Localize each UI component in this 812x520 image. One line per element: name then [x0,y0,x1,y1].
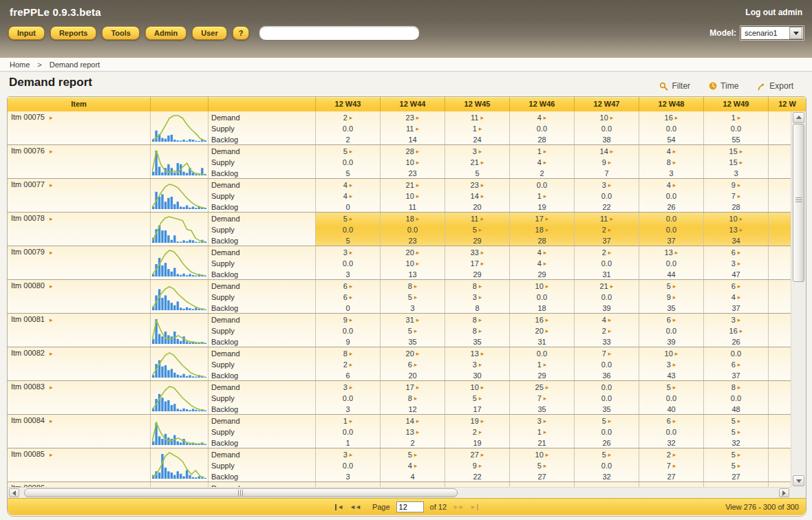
cell-value[interactable]: 18▸ [381,213,445,224]
drilldown-arrow-icon[interactable]: ▸ [350,384,353,391]
cell-value[interactable]: 4▸ [639,180,703,191]
drilldown-arrow-icon[interactable]: ▸ [740,328,743,334]
drilldown-arrow-icon[interactable]: ▸ [673,294,676,301]
cell-value[interactable]: 13▸ [445,348,509,359]
cell-value[interactable]: 3▸ [639,359,703,370]
model-select[interactable]: scenario1 [740,26,804,40]
drilldown-arrow-icon[interactable]: ▸ [350,149,353,155]
item-cell[interactable]: Itm 00079▸ [8,246,151,279]
drilldown-arrow-icon[interactable]: ▸ [416,126,419,132]
cell-value[interactable]: 5▸ [445,393,509,404]
drilldown-arrow-icon[interactable]: ▸ [608,227,612,233]
drilldown-arrow-icon[interactable]: ▸ [675,115,679,121]
drilldown-arrow-icon[interactable]: ▸ [544,261,547,267]
drilldown-arrow-icon[interactable]: ▸ [546,216,549,222]
drilldown-arrow-icon[interactable]: ▸ [544,160,547,166]
item-cell[interactable]: Itm 00075▸ [8,111,151,144]
toolbar-search-input[interactable] [259,25,420,41]
drilldown-arrow-icon[interactable]: ▸ [480,216,484,222]
item-cell[interactable]: Itm 00081▸ [8,314,151,347]
drilldown-arrow-icon[interactable]: ▸ [416,193,420,199]
drilldown-arrow-icon[interactable]: ▸ [608,418,612,424]
cell-value[interactable]: 17▸ [445,258,509,269]
cell-value[interactable]: 4▸ [381,460,445,471]
drilldown-arrow-icon[interactable]: ▸ [544,115,547,121]
cell-value[interactable]: 9▸ [575,157,639,168]
cell-value[interactable]: 7▸ [704,191,768,202]
drilldown-arrow-icon[interactable]: ▸ [50,418,53,424]
cell-value[interactable]: 16▸ [639,112,703,123]
drilldown-arrow-icon[interactable]: ▸ [416,182,420,188]
cell-value[interactable]: 2▸ [316,112,380,123]
cell-value[interactable]: 1▸ [510,146,574,157]
cell-value[interactable]: 16▸ [510,314,574,325]
cell-value[interactable]: 3▸ [445,146,509,157]
cell-value[interactable]: 6▸ [381,359,445,370]
drilldown-arrow-icon[interactable]: ▸ [738,452,741,458]
drilldown-arrow-icon[interactable]: ▸ [50,283,53,290]
drilldown-arrow-icon[interactable]: ▸ [479,126,482,132]
cell-value[interactable]: 8▸ [704,382,768,393]
cell-value[interactable]: 17▸ [510,213,574,224]
cell-value[interactable]: 18▸ [510,224,574,235]
menu-button-tools[interactable]: Tools [102,26,140,40]
drilldown-arrow-icon[interactable]: ▸ [610,216,613,222]
drilldown-arrow-icon[interactable]: ▸ [546,452,549,458]
drilldown-arrow-icon[interactable]: ▸ [481,452,484,458]
cell-value[interactable]: 1▸ [316,415,380,426]
drilldown-arrow-icon[interactable]: ▸ [416,384,420,391]
drilldown-arrow-icon[interactable]: ▸ [740,216,743,222]
drilldown-arrow-icon[interactable]: ▸ [673,463,676,469]
drilldown-arrow-icon[interactable]: ▸ [738,384,741,391]
drilldown-arrow-icon[interactable]: ▸ [479,396,482,402]
drilldown-arrow-icon[interactable]: ▸ [610,283,614,290]
cell-value[interactable]: 5▸ [704,426,768,437]
drilldown-arrow-icon[interactable]: ▸ [738,362,741,368]
drilldown-arrow-icon[interactable]: ▸ [479,294,482,301]
export-action[interactable]: Export [757,81,793,91]
drilldown-arrow-icon[interactable]: ▸ [414,463,418,469]
cell-value[interactable]: 9▸ [445,460,509,471]
drilldown-arrow-icon[interactable]: ▸ [350,182,353,188]
drilldown-arrow-icon[interactable]: ▸ [50,350,53,357]
drilldown-arrow-icon[interactable]: ▸ [416,429,420,435]
drilldown-arrow-icon[interactable]: ▸ [481,182,484,188]
drilldown-arrow-icon[interactable]: ▸ [544,149,547,155]
cell-value[interactable]: 8▸ [381,393,445,404]
drilldown-arrow-icon[interactable]: ▸ [414,452,418,458]
drilldown-arrow-icon[interactable]: ▸ [675,351,679,357]
cell-value[interactable]: 6▸ [316,292,380,303]
chevron-down-icon[interactable] [789,27,802,39]
item-cell[interactable]: Itm 00084▸ [8,415,151,448]
item-cell[interactable]: Itm 00082▸ [8,347,151,380]
cell-value[interactable]: 4▸ [639,146,703,157]
drilldown-arrow-icon[interactable]: ▸ [610,115,614,121]
drilldown-arrow-icon[interactable]: ▸ [416,261,420,267]
drilldown-arrow-icon[interactable]: ▸ [608,328,612,334]
cell-value[interactable]: 3▸ [445,359,509,370]
cell-value[interactable]: 4▸ [510,112,574,123]
cell-value[interactable]: 20▸ [381,247,445,258]
column-header-week-46[interactable]: 12 W46 [510,97,575,111]
drilldown-arrow-icon[interactable]: ▸ [738,261,741,267]
drilldown-arrow-icon[interactable]: ▸ [350,362,353,368]
cell-value[interactable]: 11▸ [575,213,639,224]
drilldown-arrow-icon[interactable]: ▸ [416,418,420,424]
drilldown-arrow-icon[interactable]: ▸ [414,396,418,402]
cell-value[interactable]: 8▸ [316,348,380,359]
scroll-up-button[interactable] [793,112,804,123]
cell-value[interactable]: 10▸ [381,258,445,269]
drilldown-arrow-icon[interactable]: ▸ [544,418,547,424]
drilldown-arrow-icon[interactable]: ▸ [673,362,676,368]
drilldown-arrow-icon[interactable]: ▸ [673,452,676,458]
cell-value[interactable]: 28▸ [381,146,445,157]
cell-value[interactable]: 5▸ [381,292,445,303]
drilldown-arrow-icon[interactable]: ▸ [416,160,420,166]
drilldown-arrow-icon[interactable]: ▸ [738,429,741,435]
cell-value[interactable]: 15▸ [704,146,768,157]
drilldown-arrow-icon[interactable]: ▸ [481,418,484,424]
item-cell[interactable]: Itm 00083▸ [8,381,151,414]
cell-value[interactable]: 14▸ [381,415,445,426]
cell-value[interactable]: 6▸ [316,281,380,292]
column-header-week-48[interactable]: 12 W48 [639,97,704,111]
